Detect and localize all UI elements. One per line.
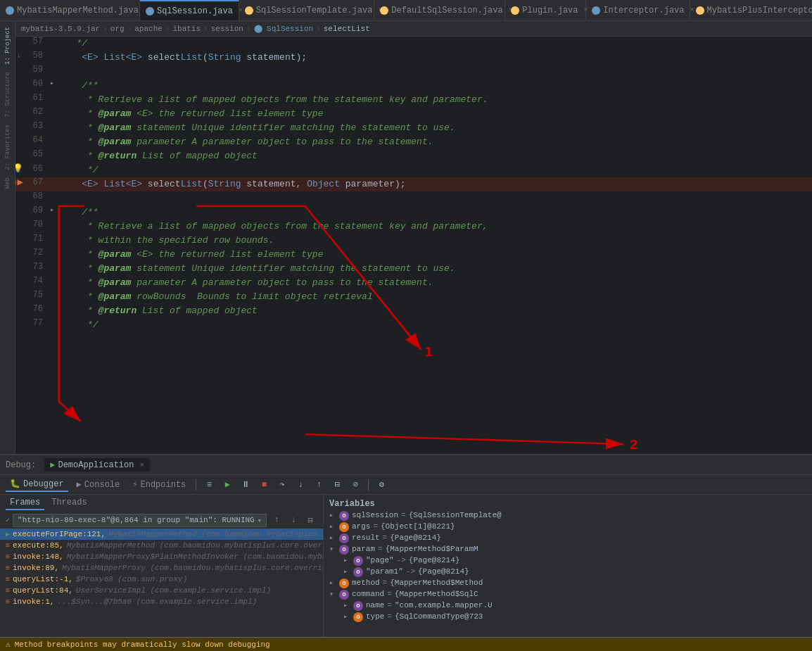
step-over-button[interactable]: ↷	[275, 478, 289, 492]
breadcrumb-item-ibatis[interactable]: ibatis	[172, 25, 201, 33]
breadcrumb-item-sqlsession[interactable]: ⬤ SqlSession	[254, 24, 314, 33]
var-name-sqlSession: sqlSession	[352, 511, 398, 519]
code-line-74: 74 * @param parameter A parameter object…	[15, 276, 812, 290]
var-item-method[interactable]: ▸omethod = {MapperMethod$Method	[329, 578, 806, 589]
tab-icon-plugin	[511, 6, 519, 15]
line-gutter-69: 69	[15, 206, 47, 215]
stop-button[interactable]: ■	[257, 478, 271, 492]
var-expand-method[interactable]: ▸	[329, 579, 336, 587]
frame-item-1[interactable]: ▶executeForIPage:121, MybatisMapperMetho…	[0, 529, 323, 540]
frame-icon-5: ≡	[6, 576, 10, 583]
var-icon-command-name: o	[353, 601, 363, 611]
debug-close-session[interactable]: ×	[139, 461, 144, 469]
debug-tab-console[interactable]: ▶ Console	[72, 478, 125, 491]
thread-filter-btn[interactable]: ⊟	[303, 513, 317, 527]
evaluate-button[interactable]: ⊟	[330, 478, 344, 492]
var-item-command-type[interactable]: ▸otype = {SqlCommandType@723	[329, 612, 806, 623]
line-gutter-62: 62	[15, 107, 47, 117]
var-expand-result[interactable]: ▸	[329, 533, 336, 542]
var-icon-command: o	[339, 590, 349, 600]
var-item-param[interactable]: ▾oparam = {MapperMethod$ParamM	[329, 544, 806, 555]
mute-breakpoints-button[interactable]: ⊘	[348, 478, 362, 492]
var-expand-command[interactable]: ▾	[329, 590, 336, 598]
var-expand-sqlSession[interactable]: ▸	[329, 511, 336, 519]
var-item-args[interactable]: ▸oargs = {Object[1]@8221}	[329, 522, 806, 533]
tab-mybatis-mapper[interactable]: MybatisMapperMethod.java ×	[0, 0, 140, 20]
thread-dropdown[interactable]: "http-nio-80-exec-8"@6,864 in group "mai…	[13, 514, 267, 527]
var-item-sqlSession[interactable]: ▸osqlSession = {SqlSessionTemplate@	[329, 510, 806, 522]
breadcrumb-item-selectlist[interactable]: selectList	[324, 25, 370, 33]
thread-down-btn[interactable]: ↓	[286, 513, 300, 527]
thread-up-btn[interactable]: ↑	[269, 513, 284, 527]
frame-item-5[interactable]: ≡queryList:-1, $Proxy68 (com.sun.proxy)	[0, 574, 323, 585]
threads-tab[interactable]: Threads	[47, 496, 91, 510]
panel-icon-structure[interactable]: 7: Structure	[3, 69, 13, 120]
var-item-command-name[interactable]: ▸oname = "com.example.mapper.U	[329, 600, 806, 612]
var-expand-param[interactable]: ▾	[329, 545, 336, 553]
frame-item-2[interactable]: ≡execute:85, MybatisMapperMethod (com.ba…	[0, 540, 323, 551]
var-name-result: result	[352, 533, 380, 542]
breadcrumb-item-org[interactable]: org	[110, 25, 125, 33]
frame-location-5: $Proxy68 (com.sun.proxy)	[76, 575, 187, 583]
resume-button[interactable]: ▶	[220, 478, 234, 492]
var-eq-param: =	[378, 545, 383, 553]
step-out-button[interactable]: ↑	[312, 478, 326, 492]
thread-text: "http-nio-80-exec-8"@6,864 in group "mai…	[18, 516, 255, 524]
pause-button[interactable]: ⏸	[239, 478, 253, 492]
line-number-61: 61	[26, 93, 43, 103]
var-icon-sqlSession: o	[339, 511, 349, 521]
line-fold-60[interactable]: ▸	[47, 79, 57, 87]
tab-mybatis-plus-interceptor[interactable]: MybatisPlusInterceptor	[690, 0, 812, 20]
line-gutter-61: 61	[15, 93, 47, 103]
run-indicator: ✓	[6, 516, 10, 524]
frames-tab[interactable]: Frames	[6, 496, 44, 510]
frame-name-5: queryList:-1,	[13, 575, 73, 583]
tab-icon-default-sql-session	[380, 6, 388, 15]
debug-tab-demo-app[interactable]: ▶ DemoApplication ×	[44, 458, 150, 472]
breadcrumb-item-jar[interactable]: mybatis-3.5.9.jar	[21, 25, 100, 33]
line-gutter-73: 73	[15, 262, 47, 272]
tab-plugin[interactable]: Plugin.java ×	[505, 0, 586, 20]
breadcrumb-item-session[interactable]: session	[211, 25, 243, 33]
tab-sql-session-template[interactable]: SqlSessionTemplate.java ×	[239, 0, 375, 20]
var-value-result: {Page@8214}	[390, 533, 441, 542]
step-into-button[interactable]: ↓	[293, 478, 307, 492]
debug-session-name: DemoApplication	[58, 460, 134, 470]
settings-button[interactable]: ⚙	[374, 478, 388, 492]
variables-panel: Variables ▸osqlSession = {SqlSessionTemp…	[324, 495, 812, 637]
frame-item-3[interactable]: ≡invoke:148, MybatisMapperProxy$PlainMet…	[0, 551, 323, 562]
tab-interceptor[interactable]: Interceptor.java ×	[586, 0, 690, 20]
var-icon-result: o	[339, 533, 349, 543]
var-item-command[interactable]: ▾ocommand = {MapperMethod$SqlC	[329, 589, 806, 600]
var-expand-param-page[interactable]: ▸	[343, 556, 350, 564]
tab-sql-session[interactable]: SqlSession.java ×	[140, 0, 239, 20]
var-eq-command-name: =	[387, 601, 392, 609]
var-expand-param-param1[interactable]: ▸	[343, 567, 350, 576]
frame-item-7[interactable]: ≡invoke:1, ...$Syn...@7b5a6 (com.example…	[0, 596, 323, 607]
frame-item-6[interactable]: ≡queryList:84, UserServiceImpl (com.exam…	[0, 585, 323, 596]
gutter-icons-66: 💡	[15, 163, 23, 174]
var-expand-command-type[interactable]: ▸	[343, 612, 350, 621]
tab-default-sql-session[interactable]: DefaultSqlSession.java ×	[374, 0, 505, 20]
frame-name-2: execute:85,	[13, 541, 64, 550]
breakpoint-dot-67[interactable]	[15, 179, 16, 186]
debug-tab-endpoints[interactable]: ⚡ Endpoints	[128, 478, 190, 491]
var-icon-param-page: o	[353, 556, 363, 566]
var-item-param-param1[interactable]: ▸o"param1" -> {Page@8214}	[329, 567, 806, 578]
var-item-param-page[interactable]: ▸o"page" -> {Page@8214}	[329, 555, 806, 567]
breadcrumb-item-apache[interactable]: apache	[134, 25, 163, 33]
var-item-result[interactable]: ▸oresult = {Page@8214}	[329, 533, 806, 544]
var-expand-args[interactable]: ▸	[329, 522, 336, 531]
panel-icon-favorites[interactable]: 2: Favorites	[3, 122, 13, 173]
bulb-icon-66[interactable]: 💡	[15, 163, 23, 174]
panel-icon-project[interactable]: 1: Project	[3, 24, 13, 68]
frame-item-4[interactable]: ≡invoke:89, MybatisMapperProxy (com.baom…	[0, 562, 323, 574]
debug-tab-debugger[interactable]: 🐛 Debugger	[6, 477, 68, 492]
var-expand-command-name[interactable]: ▸	[343, 601, 350, 609]
line-gutter-77: 77	[15, 318, 47, 328]
rerun-button[interactable]: ≡	[202, 478, 216, 492]
panel-icon-web[interactable]: Web	[3, 175, 13, 191]
debug-toolbar: 🐛 Debugger ▶ Console ⚡ Endpoints ≡ ▶ ⏸ ■…	[0, 475, 812, 495]
line-fold-69[interactable]: ▸	[47, 206, 57, 214]
code-text-65: * @return List of mapped object	[57, 149, 812, 163]
